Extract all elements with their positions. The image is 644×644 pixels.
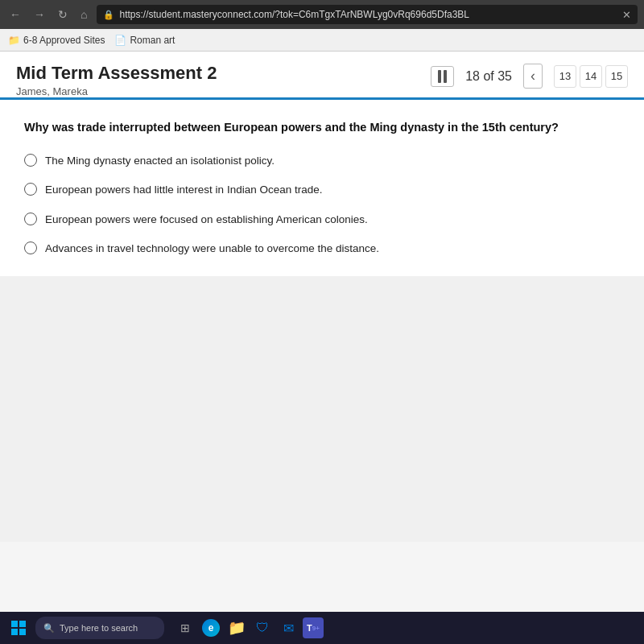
assessment-title: Mid Term Assessment 2 xyxy=(16,63,217,84)
pause-bar-right xyxy=(444,70,447,83)
page-content: Mid Term Assessment 2 James, Mareka 18 o… xyxy=(0,52,644,612)
browser-chrome: ← → ↻ ⌂ 🔒 https://student.masteryconnect… xyxy=(0,0,644,52)
win-tile-3 xyxy=(11,629,18,635)
lock-icon: 🔒 xyxy=(103,10,114,20)
bookmark-label-approved: 6-8 Approved Sites xyxy=(23,35,105,46)
previous-question-button[interactable]: ‹ xyxy=(523,64,543,89)
options-list: The Ming dynasty enacted an isolationist… xyxy=(24,153,620,257)
radio-b[interactable] xyxy=(24,183,37,196)
radio-d[interactable] xyxy=(24,242,37,254)
file-explorer-icon[interactable]: 📁 xyxy=(225,617,248,639)
taskbar: 🔍 Type here to search ⊞ e 📁 🛡 ✉ T9+ xyxy=(0,612,644,644)
option-d-text: Advances in travel technology were unabl… xyxy=(45,241,379,257)
option-a-text: The Ming dynasty enacted an isolationist… xyxy=(45,153,275,169)
shield-icon[interactable]: 🛡 xyxy=(251,617,274,639)
taskbar-icons: ⊞ e 📁 🛡 ✉ T9+ xyxy=(174,617,324,639)
taskbar-search[interactable]: 🔍 Type here to search xyxy=(35,617,164,639)
bookmark-approved-sites[interactable]: 📁 6-8 Approved Sites xyxy=(8,35,105,46)
teams-icon[interactable]: T9+ xyxy=(303,617,324,638)
start-button[interactable] xyxy=(6,616,31,640)
url-text: https://student.masteryconnect.com/?tok=… xyxy=(119,9,469,20)
pause-button[interactable] xyxy=(431,66,454,87)
edge-browser-icon[interactable]: e xyxy=(200,617,222,639)
browser-toolbar: ← → ↻ ⌂ 🔒 https://student.masteryconnect… xyxy=(0,0,644,29)
option-c[interactable]: European powers were focused on establis… xyxy=(24,212,620,228)
option-c-text: European powers were focused on establis… xyxy=(45,212,368,228)
bookmark-label-roman: Roman art xyxy=(130,35,175,46)
option-d[interactable]: Advances in travel technology were unabl… xyxy=(24,241,620,257)
address-bar[interactable]: 🔒 https://student.masteryconnect.com/?to… xyxy=(97,5,638,24)
home-button[interactable]: ⌂ xyxy=(77,6,90,23)
page-numbers: 13 14 15 xyxy=(554,65,628,88)
question-text: Why was trade interrupted between Europe… xyxy=(24,119,620,137)
page-icon: 📄 xyxy=(114,35,126,46)
bookmark-roman-art[interactable]: 📄 Roman art xyxy=(114,35,175,46)
page-num-15[interactable]: 15 xyxy=(605,65,628,88)
question-area: Why was trade interrupted between Europe… xyxy=(0,100,644,276)
radio-a[interactable] xyxy=(24,154,37,167)
folder-icon: 📁 xyxy=(8,35,20,46)
search-placeholder-text: Type here to search xyxy=(60,623,138,633)
progress-indicator: 18 of 35 xyxy=(465,69,512,84)
win-tile-2 xyxy=(19,621,26,627)
assessment-title-block: Mid Term Assessment 2 James, Mareka xyxy=(16,63,217,97)
search-icon: 🔍 xyxy=(43,623,55,634)
student-name: James, Mareka xyxy=(16,85,217,97)
back-button[interactable]: ← xyxy=(6,6,24,23)
clear-url-button[interactable]: ✕ xyxy=(622,9,631,21)
windows-logo xyxy=(11,621,26,635)
radio-c[interactable] xyxy=(24,213,37,225)
assessment-controls: 18 of 35 ‹ 13 14 15 xyxy=(431,64,628,97)
mail-icon[interactable]: ✉ xyxy=(277,617,299,639)
page-num-14[interactable]: 14 xyxy=(580,65,602,88)
task-view-button[interactable]: ⊞ xyxy=(174,617,196,639)
empty-content-area xyxy=(0,276,644,542)
win-tile-4 xyxy=(19,629,26,635)
refresh-button[interactable]: ↻ xyxy=(55,6,71,23)
bookmarks-bar: 📁 6-8 Approved Sites 📄 Roman art xyxy=(0,29,644,52)
option-a[interactable]: The Ming dynasty enacted an isolationist… xyxy=(24,153,620,169)
pause-bar-left xyxy=(438,70,441,83)
forward-button[interactable]: → xyxy=(31,6,48,23)
win-tile-1 xyxy=(11,621,18,627)
option-b-text: European powers had little interest in I… xyxy=(45,182,322,198)
page-num-13[interactable]: 13 xyxy=(554,65,576,88)
assessment-header: Mid Term Assessment 2 James, Mareka 18 o… xyxy=(0,52,644,100)
option-b[interactable]: European powers had little interest in I… xyxy=(24,182,620,198)
